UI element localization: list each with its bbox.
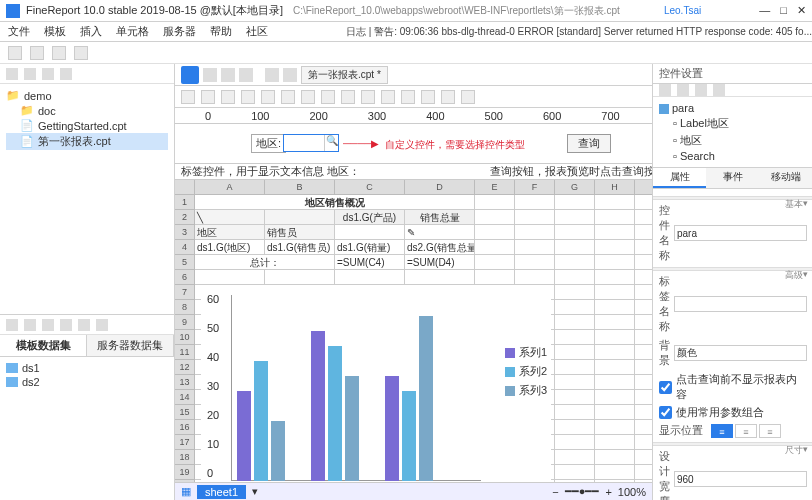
tool-icon[interactable] (381, 90, 395, 104)
titlebar: FineReport 10.0 stable 2019-08-15 @默认[本地… (0, 0, 812, 22)
edit-icon[interactable] (24, 319, 36, 331)
tree-item[interactable]: ▫ 地区 (659, 132, 806, 149)
tool-icon[interactable] (421, 90, 435, 104)
bg-input[interactable] (674, 345, 807, 361)
bottom-bar: ▦ sheet1 ▾ − ━━●━━ + 100% (175, 482, 652, 500)
tool-icon[interactable] (74, 46, 88, 60)
menu-insert[interactable]: 插入 (80, 24, 102, 39)
form-icon[interactable] (283, 68, 297, 82)
saveall-icon[interactable] (221, 68, 235, 82)
tree-item[interactable]: ▫ Label地区 (659, 115, 806, 132)
zoom-slider[interactable]: ━━●━━ (565, 485, 600, 498)
filter-icon[interactable] (60, 68, 72, 80)
section-basic[interactable]: ▾基本 (653, 196, 812, 200)
align-left[interactable]: ≡ (711, 424, 733, 438)
tool-icon[interactable] (8, 46, 22, 60)
refresh-icon[interactable] (96, 319, 108, 331)
close-icon[interactable]: ✕ (797, 4, 806, 17)
tool-icon[interactable] (181, 90, 195, 104)
db-icon (6, 363, 18, 373)
tree-root-para[interactable]: para (659, 101, 806, 115)
menu-template[interactable]: 模板 (44, 24, 66, 39)
tool-icon[interactable] (341, 90, 355, 104)
chart[interactable]: 6050403020100 分类名1分类名2分类名3 系列1系列2系列3 (201, 285, 551, 482)
tab-events[interactable]: 事件 (706, 168, 759, 188)
new-icon[interactable] (24, 68, 36, 80)
tab-template-ds[interactable]: 模板数据集 (0, 335, 87, 356)
menu-file[interactable]: 文件 (8, 24, 30, 39)
preview-icon[interactable] (265, 68, 279, 82)
tool-icon[interactable] (241, 90, 255, 104)
tool-icon[interactable] (261, 90, 275, 104)
zoom-out-icon[interactable]: − (552, 486, 558, 498)
menu-community[interactable]: 社区 (246, 24, 268, 39)
refresh-icon[interactable] (42, 68, 54, 80)
tool-icon[interactable] (361, 90, 375, 104)
widget-tree: para ▫ Label地区 ▫ 地区 ▫ Search (653, 97, 812, 168)
section-adv[interactable]: ▾高级 (653, 267, 812, 271)
minimize-icon[interactable]: — (759, 4, 770, 17)
menu-help[interactable]: 帮助 (210, 24, 232, 39)
tool-icon[interactable] (201, 90, 215, 104)
tree-root[interactable]: 📁demo (6, 88, 168, 103)
ds-item[interactable]: ds1 (6, 361, 168, 375)
ds-list: ds1 ds2 (0, 357, 174, 393)
cut-icon[interactable] (659, 84, 671, 96)
db-icon (6, 377, 18, 387)
tool-icon[interactable] (52, 46, 66, 60)
grid-body[interactable]: 地区销售概况 ╲ds1.G(产品)销售总量 地区销售员✎ ds1.G(地区)ds… (195, 195, 652, 482)
tree-item[interactable]: 📁doc (6, 103, 168, 118)
preview-icon[interactable] (78, 319, 90, 331)
tab-server-ds[interactable]: 服务器数据集 (87, 335, 174, 356)
tool-icon[interactable] (301, 90, 315, 104)
tool-icon[interactable] (221, 90, 235, 104)
sheet-menu-icon[interactable]: ▾ (252, 485, 258, 498)
tab-props[interactable]: 属性 (653, 168, 706, 188)
query-button[interactable]: 查询 (567, 134, 611, 153)
widget-name-input[interactable] (674, 225, 807, 241)
menu-server[interactable]: 服务器 (163, 24, 196, 39)
tree-item[interactable]: 📄GettingStarted.cpt (6, 118, 168, 133)
section-size[interactable]: ▾尺寸 (653, 442, 812, 446)
save-icon[interactable] (203, 68, 217, 82)
back-icon[interactable] (6, 68, 18, 80)
label-input[interactable] (674, 296, 807, 312)
param-panel: 地区: 🔍 ────▶ 自定义控件，需要选择控件类型 查询 (175, 124, 652, 164)
align-toggle: ≡ ≡ ≡ (711, 424, 781, 438)
param-input[interactable]: 🔍 (283, 134, 339, 152)
maximize-icon[interactable]: □ (780, 4, 787, 17)
cb-common-params[interactable] (659, 406, 672, 419)
home-icon[interactable] (181, 66, 199, 84)
sheet-tab[interactable]: sheet1 (197, 485, 246, 499)
copy-icon[interactable] (60, 319, 72, 331)
align-center[interactable]: ≡ (735, 424, 757, 438)
tool-icon[interactable] (441, 90, 455, 104)
add-icon[interactable] (6, 319, 18, 331)
copy-icon[interactable] (677, 84, 689, 96)
cb-hide-before-query[interactable] (659, 381, 672, 394)
left-panel: 📁demo 📁doc 📄GettingStarted.cpt 📄第一张报表.cp… (0, 64, 175, 500)
tab-mobile[interactable]: 移动端 (759, 168, 812, 188)
align-right[interactable]: ≡ (759, 424, 781, 438)
zoom-in-icon[interactable]: + (605, 486, 611, 498)
ds-item[interactable]: ds2 (6, 375, 168, 389)
rp-toolbar (653, 84, 812, 97)
delete-icon[interactable] (713, 84, 725, 96)
tool-icon[interactable] (30, 46, 44, 60)
zoom-value: 100% (618, 486, 646, 498)
file-tab[interactable]: 第一张报表.cpt * (301, 66, 388, 84)
delete-icon[interactable] (42, 319, 54, 331)
search-icon[interactable]: 🔍 (324, 135, 338, 151)
paste-icon[interactable] (695, 84, 707, 96)
annotation-custom-widget: 自定义控件，需要选择控件类型 (385, 138, 525, 152)
add-sheet-icon[interactable]: ▦ (181, 485, 191, 498)
tree-item-selected[interactable]: 📄第一张报表.cpt (6, 133, 168, 150)
design-width-input[interactable] (674, 471, 807, 487)
tool-icon[interactable] (321, 90, 335, 104)
undo-icon[interactable] (239, 68, 253, 82)
tool-icon[interactable] (281, 90, 295, 104)
tool-icon[interactable] (401, 90, 415, 104)
tree-item[interactable]: ▫ Search (659, 149, 806, 163)
menu-cell[interactable]: 单元格 (116, 24, 149, 39)
tool-icon[interactable] (461, 90, 475, 104)
